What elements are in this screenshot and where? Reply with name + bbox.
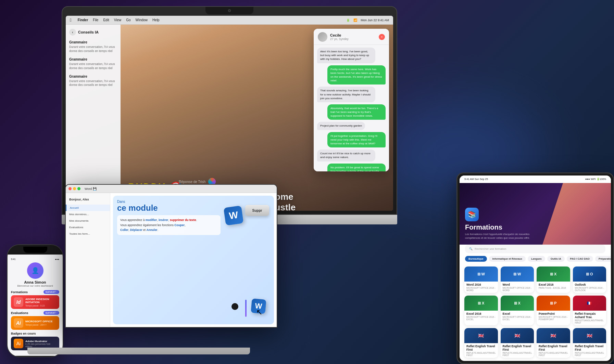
ipad-time: 9:41 AM Sun Sep 25 [464, 178, 488, 181]
ipad-card-word2016-title: Word 2016 [466, 283, 496, 286]
file-menu[interactable]: File [93, 18, 98, 22]
ipad-card-word-icon: ⊞ W [513, 272, 521, 276]
win-nav-docs[interactable]: Mes documents [66, 218, 110, 224]
chat-close-button[interactable]: × [379, 34, 385, 40]
ipad-card-reflet-en-3[interactable]: 🇬🇧 Reflet English Travel First REFLETS A… [537, 328, 570, 358]
hl-inserer: insérer [159, 218, 168, 222]
ipad-card-excel[interactable]: ⊞ X Excel MICROSOFT OFFICE 2016 - EXCEL [501, 296, 534, 325]
ipad-card-reflet-en-2-sub: REFLETS ANGLAIS/TRAVEL FIRST [503, 352, 532, 356]
win-window-title: Word 💾 [85, 187, 97, 191]
chat-header: Cecile 27 yo, Syndey × [314, 29, 389, 45]
ipad-card-outlook-header: ⊞ O [573, 266, 606, 282]
chat-bubble-8: No problem. It'll be great to spend some… [327, 164, 386, 171]
dans-text-section: Dans ce module Vous apprendrez à modifie… [117, 200, 221, 320]
help-menu[interactable]: Help [152, 18, 160, 22]
ipad-card-word2016-header: ⊞ W [464, 266, 498, 282]
ipad-card-outlook-sub: MICROSOFT OFFICE 2016 - OUTLOOK [575, 287, 604, 291]
tl-minimize[interactable] [73, 187, 76, 190]
ipad-card-outlook[interactable]: ⊞ O Outlook MICROSOFT OFFICE 2016 - OUTL… [573, 266, 606, 293]
ipad-search-bar[interactable]: 🔍 Rechercher une formation [465, 245, 605, 253]
ipad-card-excel2016b[interactable]: ⊞ X Excel 2016 MICROSOFT OFFICE 2016 - E… [464, 296, 498, 325]
dans-description: Vous apprendrez à modifier, insérer, sup… [117, 215, 221, 235]
chat-bubble-5: Project plan for community garden [317, 122, 365, 130]
hl-supprimer: supprimer du texte [170, 218, 196, 222]
word-w-icon-large: W [224, 206, 244, 226]
laptop-container: Word 💾 Bonjour, Alex Accueil Mes dernièr… [31, 201, 247, 348]
iphone-formation-icon-1: Id [14, 297, 23, 307]
win-nav-home[interactable]: Accueil [66, 205, 110, 211]
ipad-card-word2016[interactable]: ⊞ W Word 2016 MICROSOFT OFFICE 2016 - WO… [464, 266, 498, 293]
ipad-card-excel2016b-header: ⊞ X [464, 296, 498, 311]
ipad-grid: ⊞ W Word 2016 MICROSOFT OFFICE 2016 - WO… [460, 264, 611, 360]
view-menu[interactable]: View [114, 18, 122, 22]
go-menu[interactable]: Go [126, 18, 130, 22]
ipad-card-excel2016[interactable]: ⊞ X Excel 2016 PARA TOUS - EXCEL 2016 [537, 266, 570, 293]
iphone-time: 9:41 [11, 258, 16, 260]
apple-logo-icon:  [70, 17, 72, 23]
ipad-card-excel2016b-icon: ⊞ X [478, 301, 484, 306]
ipad-card-reflet-fr[interactable]: 🇫🇷 Reflet Français Achard Trav. REFLETSA… [573, 296, 606, 325]
chat-user-sub: 27 yo, Syndey [330, 37, 379, 41]
ipad-cat-info[interactable]: Informatique et Réseaux [489, 256, 526, 262]
ipad-card-ppt-sub: MICROSOFT OFFICE 2016 - POWERPOINT [539, 316, 568, 321]
dans-title-main: ce module [117, 204, 221, 212]
macbook-notch [205, 7, 253, 14]
ipad-card-excel2016-body: Excel 2016 PARA TOUS - EXCEL 2016 [537, 282, 570, 290]
back-button[interactable]: ‹ [69, 29, 76, 36]
chat-messages: Alex! It's been too long. I've been good… [314, 45, 389, 171]
iphone-formations-title: Formations [11, 290, 28, 294]
ipad-card-ppt[interactable]: ⊞ P PowerPoint MICROSOFT OFFICE 2016 - P… [537, 296, 570, 325]
macbook-screen:  Finder File Edit View Go Window Help 🔋… [66, 16, 393, 211]
ipad-card-reflet-fr-body: Reflet Français Achard Trav. REFLETSANGL… [573, 311, 606, 325]
ipad-card-word-header: ⊞ W [501, 266, 534, 282]
win-nav-recent[interactable]: Mes dernières... [66, 211, 110, 218]
ipad-card-excel-header: ⊞ X [501, 296, 534, 311]
ipad-card-reflet-en-3-icon: 🇬🇧 [550, 333, 556, 338]
hl-modifier: modifier [146, 218, 157, 222]
ipad-cat-bureautique[interactable]: Bureautique [465, 256, 487, 262]
conseil-3-title: Grammaire [69, 75, 117, 78]
ipad-card-reflet-en-4-header: 🇬🇧 [573, 328, 606, 343]
edit-menu[interactable]: Edit [103, 18, 109, 22]
ipad-card-reflet-en-1[interactable]: 🇬🇧 Reflet English Travel First REFLETS A… [464, 328, 498, 358]
win-nav-eval[interactable]: Evaluations [66, 224, 110, 231]
conseils-panel: ‹ Conseils IA Grammaire Durant votre con… [66, 25, 121, 211]
finder-menu[interactable]: Finder [78, 18, 88, 22]
window-menu[interactable]: Window [136, 18, 148, 22]
ipad-card-reflet-en-4-body: Reflet English Travel First REFLETS ANGL… [573, 343, 606, 358]
ipad-cat-metiers[interactable]: Préparation métiers [595, 256, 611, 262]
tl-close[interactable] [68, 187, 72, 190]
ipad-card-excel2016-icon: ⊞ X [550, 272, 556, 276]
ipad-card-word-body: Word MICROSOFT OFFICE 2016 - WORD [501, 282, 534, 293]
chat-panel: Cecile 27 yo, Syndey × Alex! It's been t… [314, 29, 389, 171]
ipad-card-excel2016b-title: Excel 2016 [466, 312, 496, 315]
win-nav-all[interactable]: Toutes les form... [66, 231, 110, 237]
ipad-card-reflet-en-2[interactable]: 🇬🇧 Reflet English Travel First REFLETS A… [501, 328, 534, 358]
ipad-card-word[interactable]: ⊞ W Word MICROSOFT OFFICE 2016 - WORD [501, 266, 534, 293]
ipad-formations-title: Formations [465, 223, 534, 231]
search-icon: 🔍 [469, 247, 473, 250]
ipad-header: 📚 Formations Les formations c'est l'oppo… [460, 183, 611, 245]
mouse-cursor-icon: ↖ [256, 308, 262, 317]
ipad-cat-pao[interactable]: PAO / CAO DAO [567, 256, 593, 262]
tl-maximize[interactable] [77, 187, 80, 190]
iphone-badge-icon: Ai [14, 339, 23, 348]
ipad-card-reflet-fr-title: Reflet Français Achard Trav. [575, 312, 604, 319]
conseil-1-desc: Durant votre conversation, l'IA vous don… [69, 45, 117, 53]
ipad-card-word2016-body: Word 2016 MICROSOFT OFFICE 2016 - WORD [464, 282, 498, 293]
ipad-card-reflet-en-4[interactable]: 🇬🇧 Reflet English Travel First REFLETS A… [573, 328, 606, 358]
win-profile: Bonjour, Alex [66, 196, 110, 203]
ipad-cat-langues[interactable]: Langues [528, 256, 545, 262]
win-content-area: Bonjour, Alex Accueil Mes dernières... M… [66, 193, 277, 327]
laptop-base [27, 348, 250, 354]
ipad-cat-ia[interactable]: Outils IA [547, 256, 565, 262]
ipad-card-reflet-en-1-icon: 🇬🇧 [478, 333, 484, 338]
win-top-bar: Word 💾 [66, 185, 277, 193]
ipad-card-reflet-en-3-body: Reflet English Travel First REFLETS ANGL… [537, 343, 570, 358]
ipad-screen: 9:41 AM Sun Sep 25 ●●● WiFi 🔋100% 📚 Form… [460, 176, 611, 361]
chat-bubble-1: Alex! It's been too long. I've been good… [317, 48, 375, 63]
ipad-card-reflet-en-3-header: 🇬🇧 [537, 328, 570, 343]
dans-icons-section: W Suppr W ↖ [225, 200, 269, 320]
ipad-header-content: 📚 Formations Les formations c'est l'oppo… [465, 208, 534, 240]
suppr-key: Suppr [245, 205, 269, 216]
